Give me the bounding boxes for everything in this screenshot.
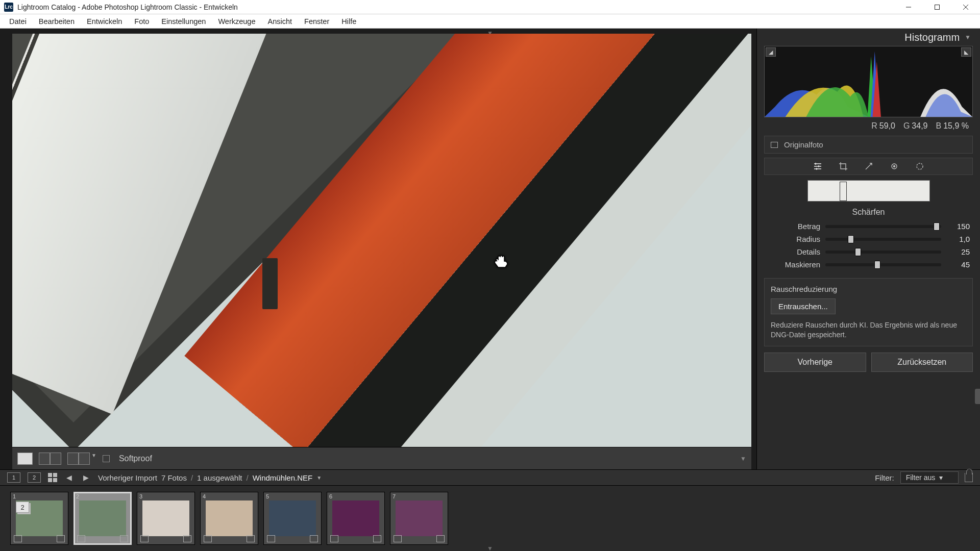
svg-point-5 [893, 166, 895, 167]
thumbnail-6[interactable]: 6 [327, 492, 385, 545]
slider-value-mask: 45 [946, 260, 970, 269]
thumbnail-2[interactable]: 2 [74, 492, 132, 545]
thumbnail-7[interactable]: 7 [390, 492, 448, 545]
menu-fenster[interactable]: Fenster [298, 15, 335, 28]
maximize-button[interactable] [923, 0, 951, 14]
menu-werkzeuge[interactable]: Werkzeuge [212, 15, 261, 28]
thumbnail-5[interactable]: 5 [263, 492, 322, 545]
toolbar-menu-icon[interactable]: ▼ [740, 455, 746, 462]
nav-forward-icon[interactable]: ▶ [81, 473, 91, 482]
before-after-tb-button[interactable] [50, 453, 61, 465]
menu-entwickeln[interactable]: Entwickeln [81, 15, 128, 28]
highlight-clip-indicator[interactable]: ◣ [961, 47, 971, 57]
detail-zoom-thumbnail[interactable] [807, 180, 930, 202]
format-badge-icon [310, 535, 318, 542]
chevron-down-icon[interactable]: ▼ [91, 453, 96, 465]
right-panel-collapse-handle[interactable] [975, 389, 980, 404]
filter-lock-icon[interactable] [965, 473, 973, 482]
flag-badge-icon [77, 535, 85, 542]
slider-label-detail: Details [765, 247, 820, 256]
stack-badge[interactable]: 2 [16, 502, 29, 513]
shadow-clip-indicator[interactable]: ◢ [766, 47, 776, 57]
slider-radius[interactable] [825, 238, 941, 241]
menu-foto[interactable]: Foto [128, 15, 155, 28]
format-badge-icon [373, 535, 381, 542]
flag-badge-icon [267, 535, 275, 542]
app-icon: Lrc [4, 3, 13, 12]
menu-einstellungen[interactable]: Einstellungen [155, 15, 212, 28]
format-badge-icon [436, 535, 445, 542]
histogram-collapse-icon[interactable]: ▼ [965, 34, 971, 41]
histogram-title[interactable]: Histogramm [904, 32, 960, 43]
loupe-view-button[interactable] [17, 453, 33, 465]
format-badge-icon [247, 535, 255, 542]
filmstrip-breadcrumb[interactable]: Vorheriger Import 7 Fotos/ 1 ausgewählt/… [98, 473, 322, 482]
before-after-lr-button[interactable] [39, 453, 50, 465]
masking-tool[interactable] [914, 161, 925, 172]
noise-reduction-title: Rauschreduzierung [771, 285, 966, 293]
edit-sliders-tool[interactable] [812, 161, 823, 172]
flag-badge-icon [330, 535, 338, 542]
histogram[interactable]: ◢ ◣ [764, 46, 973, 117]
flag-badge-icon [14, 535, 22, 542]
softproof-checkbox[interactable] [103, 455, 110, 462]
format-badge-icon [57, 535, 65, 542]
healing-tool[interactable] [863, 161, 874, 172]
menu-hilfe[interactable]: Hilfe [335, 15, 362, 28]
swap-before-button[interactable] [67, 453, 79, 465]
original-photo-toggle[interactable]: Originalfoto [764, 136, 973, 154]
thumbnail-4[interactable]: 4 [200, 492, 258, 545]
format-badge-icon [183, 535, 191, 542]
menu-bearbeiten[interactable]: Bearbeiten [33, 15, 81, 28]
window-title: Lightroom Catalog - Adobe Photoshop Ligh… [17, 3, 238, 11]
minimize-button[interactable] [894, 0, 923, 14]
format-badge-icon [120, 535, 128, 542]
filter-label: Filter: [875, 473, 894, 482]
close-button[interactable] [951, 0, 980, 14]
previous-button[interactable]: Vorherige [764, 353, 866, 372]
slider-label-amount: Betrag [765, 222, 820, 231]
slider-value-amount: 150 [946, 222, 970, 231]
svg-point-6 [917, 163, 923, 169]
slider-label-radius: Radius [765, 235, 820, 243]
menu-bar: DateiBearbeitenEntwickelnFotoEinstellung… [0, 14, 980, 29]
denoise-description: Reduziere Rauschen durch KI. Das Ergebni… [771, 320, 966, 340]
hand-cursor-icon [493, 253, 511, 268]
thumbnail-3[interactable]: 3 [137, 492, 195, 545]
reset-button[interactable]: Zurücksetzen [871, 353, 973, 372]
flag-badge-icon [394, 535, 402, 542]
original-photo-icon [771, 142, 778, 148]
svg-rect-1 [935, 5, 940, 9]
thumbnail-1[interactable]: 12 [10, 492, 68, 545]
crop-tool[interactable] [838, 161, 849, 172]
sharpen-section-title: Schärfen [757, 205, 980, 220]
slider-value-detail: 25 [946, 247, 970, 256]
slider-mask[interactable] [825, 263, 941, 266]
second-display-button[interactable]: 2 [28, 472, 41, 483]
flag-badge-icon [204, 535, 212, 542]
menu-datei[interactable]: Datei [3, 15, 33, 28]
copy-before-button[interactable] [79, 453, 90, 465]
redeye-tool[interactable] [889, 161, 900, 172]
softproof-label: Softproof [119, 454, 152, 463]
collapse-bottom-icon[interactable]: ▼ [487, 545, 493, 551]
main-display-button[interactable]: 1 [7, 472, 20, 483]
filter-select[interactable]: Filter aus ▾ [900, 471, 959, 484]
flag-badge-icon [140, 535, 149, 542]
slider-amount[interactable] [825, 225, 941, 228]
rgb-readout: R59,0 G34,9 B15,9 % [757, 117, 980, 134]
slider-detail[interactable] [825, 251, 941, 254]
denoise-button[interactable]: Entrauschen... [771, 298, 836, 314]
nav-back-icon[interactable]: ◀ [64, 473, 74, 482]
slider-label-mask: Maskieren [765, 260, 820, 269]
image-canvas[interactable] [12, 34, 751, 447]
grid-view-icon[interactable] [48, 473, 57, 482]
slider-value-radius: 1,0 [946, 235, 970, 243]
menu-ansicht[interactable]: Ansicht [261, 15, 298, 28]
